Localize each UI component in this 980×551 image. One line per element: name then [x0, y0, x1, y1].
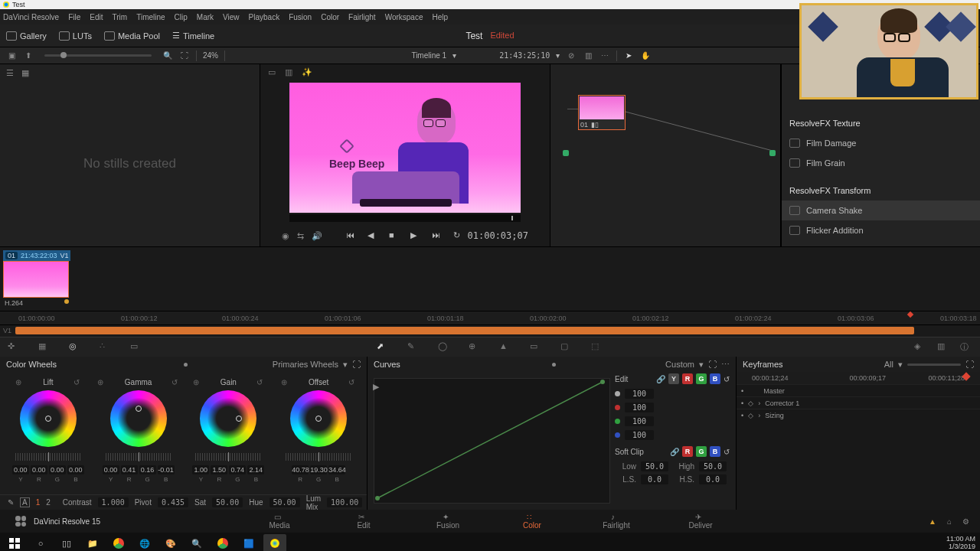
- first-frame-button[interactable]: ⏮: [346, 230, 357, 241]
- kf-filter[interactable]: All: [884, 360, 893, 369]
- magic-mask-icon[interactable]: ▲: [499, 341, 511, 354]
- cortana-button[interactable]: ○: [29, 534, 52, 551]
- link-icon[interactable]: 🔗: [670, 448, 679, 456]
- wheel-value[interactable]: 0.16: [139, 465, 156, 474]
- reset-icon[interactable]: ↺: [256, 378, 264, 386]
- settings-icon[interactable]: ⚙: [962, 517, 969, 526]
- blur-icon[interactable]: ▭: [530, 341, 542, 354]
- timeline-button[interactable]: ☰Timeline: [172, 31, 214, 41]
- menu-trim[interactable]: Trim: [113, 13, 128, 21]
- color-wheel[interactable]: [20, 390, 77, 447]
- channel-r-button[interactable]: R: [682, 373, 693, 384]
- link-icon[interactable]: 🔗: [656, 375, 665, 383]
- waveform-icon[interactable]: ◉: [282, 231, 289, 241]
- clip-thumbnail[interactable]: 01 21:43:22:03 V1 H.264: [3, 250, 70, 308]
- gallery-button[interactable]: Gallery: [6, 31, 47, 41]
- menu-workspace[interactable]: Workspace: [385, 13, 423, 21]
- black-point-icon[interactable]: ⊕: [15, 378, 23, 386]
- bypass-icon[interactable]: ⊘: [566, 51, 577, 61]
- reset-icon[interactable]: ↺: [724, 375, 730, 383]
- wheel-value[interactable]: 0.41: [121, 465, 138, 474]
- app-taskbar-icon[interactable]: 🌐: [133, 534, 156, 551]
- tab-fairlight[interactable]: ♪Fairlight: [593, 513, 639, 530]
- motion-effects-icon[interactable]: ▭: [130, 341, 142, 354]
- node-graph[interactable]: 01▮▯: [550, 64, 781, 246]
- wheel-value[interactable]: 1.50: [211, 465, 227, 474]
- loop-button[interactable]: ↻: [453, 230, 464, 241]
- start-button[interactable]: [3, 534, 26, 551]
- color-wheel[interactable]: [200, 390, 256, 447]
- timeline-track[interactable]: V1: [0, 324, 980, 337]
- wheel-pointer[interactable]: [315, 416, 322, 422]
- node-input[interactable]: [563, 150, 569, 156]
- color-wheel[interactable]: [110, 390, 167, 447]
- r-intensity[interactable]: 100: [625, 403, 654, 412]
- menu-playback[interactable]: Playback: [249, 13, 280, 21]
- kf-corrector-row[interactable]: •◇›Corrector 1: [737, 396, 980, 409]
- wheel-value[interactable]: 2.14: [247, 465, 264, 474]
- app-taskbar-icon[interactable]: 🟦: [237, 534, 260, 551]
- mute-icon[interactable]: 🔊: [312, 231, 322, 241]
- thumb-size-slider[interactable]: [44, 54, 152, 57]
- key-icon[interactable]: ▢: [560, 341, 573, 354]
- wheel-value[interactable]: 40.78: [292, 465, 309, 474]
- color-wheel[interactable]: [290, 390, 347, 447]
- list-icon[interactable]: ☰: [6, 68, 14, 78]
- curve-editor[interactable]: ▶: [374, 378, 610, 504]
- wheel-pointer[interactable]: [45, 416, 51, 422]
- contrast-value[interactable]: 1.000: [98, 497, 129, 507]
- qualifier-icon[interactable]: ✎: [407, 341, 420, 354]
- chevron-down-icon[interactable]: ▾: [343, 360, 348, 370]
- g-intensity[interactable]: 100: [625, 416, 654, 426]
- wheel-pointer[interactable]: [236, 416, 242, 422]
- black-point-icon[interactable]: ⊕: [281, 378, 289, 386]
- y-intensity[interactable]: 100: [625, 389, 654, 399]
- wheel-value[interactable]: -0.01: [158, 465, 175, 474]
- reset-icon[interactable]: ↺: [724, 448, 730, 456]
- hs-value[interactable]: 0.0: [699, 474, 727, 484]
- wheel-value[interactable]: 19.30: [310, 465, 327, 474]
- menu-fairlight[interactable]: Fairlight: [348, 13, 376, 21]
- curves-mode[interactable]: Custom: [665, 360, 694, 369]
- auto-icon[interactable]: ✎: [8, 498, 14, 507]
- wheel-value[interactable]: 0.74: [229, 465, 246, 474]
- stop-button[interactable]: ■: [389, 230, 400, 241]
- menu-edit[interactable]: Edit: [90, 13, 103, 21]
- explorer-taskbar-icon[interactable]: 📁: [81, 534, 104, 551]
- split-icon[interactable]: ▥: [583, 51, 593, 61]
- jog-wheel[interactable]: [106, 453, 172, 461]
- jog-wheel[interactable]: [15, 453, 81, 461]
- reset-icon[interactable]: ↺: [74, 378, 81, 386]
- high-value[interactable]: 50.0: [699, 461, 727, 471]
- chevron-down-icon[interactable]: ▾: [699, 360, 704, 370]
- expand-icon[interactable]: ⛶: [179, 51, 190, 61]
- menu-help[interactable]: Help: [432, 13, 448, 21]
- system-clock[interactable]: 11:00 AM 1/3/2019: [946, 536, 975, 551]
- reset-icon[interactable]: ↺: [172, 378, 179, 386]
- rgb-mixer-icon[interactable]: ∴: [100, 341, 112, 354]
- jog-wheel[interactable]: [195, 453, 261, 461]
- lummix-value[interactable]: 100.00: [327, 497, 362, 507]
- pointer-icon[interactable]: ➤: [623, 51, 634, 61]
- fx-film-damage[interactable]: Film Damage: [782, 133, 980, 153]
- node-output[interactable]: [769, 150, 776, 156]
- highlight-icon[interactable]: ✨: [302, 67, 312, 77]
- viewer-timecode[interactable]: 01:00:03;07: [468, 230, 528, 241]
- play-button[interactable]: ▶: [410, 230, 421, 241]
- tab-fusion[interactable]: ✦Fusion: [425, 513, 471, 530]
- keyframe-timeline[interactable]: 00:00:12;24 00:00:09;17 00:00:11;28 •Mas…: [737, 372, 980, 510]
- reset-icon[interactable]: ↺: [348, 378, 356, 386]
- kf-sizing-row[interactable]: •◇›Sizing: [737, 409, 980, 421]
- hue-value[interactable]: 50.00: [270, 497, 300, 507]
- channel-g-button[interactable]: G: [696, 373, 707, 384]
- viewer-scrubber[interactable]: [289, 214, 521, 222]
- page-2[interactable]: 2: [46, 498, 51, 507]
- chevron-down-icon[interactable]: ▾: [452, 51, 456, 60]
- wheel-pointer[interactable]: [136, 406, 142, 412]
- window-icon[interactable]: ◯: [438, 341, 450, 354]
- keyframes-icon[interactable]: ◈: [914, 341, 926, 354]
- export-icon[interactable]: ⬆: [23, 51, 34, 61]
- color-wheels-icon[interactable]: ◎: [69, 341, 81, 354]
- wheel-value[interactable]: 0.00: [67, 465, 84, 474]
- grab-still-icon[interactable]: ▣: [6, 51, 17, 61]
